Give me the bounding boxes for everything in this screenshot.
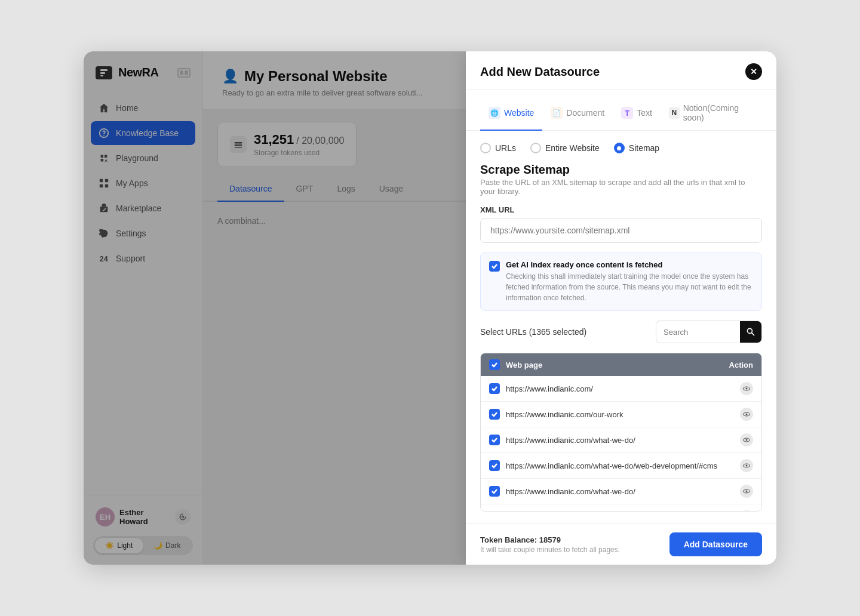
table-row: https://www.indianic.com/our-work: [481, 402, 761, 427]
modal-overlay: Add New Datasource ✕ 🌐 Website 📄 Documen…: [84, 51, 776, 565]
url-text-1: https://www.indianic.com/our-work: [506, 410, 734, 419]
globe-icon: 🌐: [489, 107, 500, 119]
url-text-0: https://www.indianic.com/: [506, 384, 734, 393]
table-row: https://www.indianic.com/what-we-do/: [481, 479, 761, 504]
table-row: https://www.indianic.com/what-we-do/web-…: [481, 504, 761, 512]
xml-url-field: XML URL: [480, 205, 762, 243]
search-button[interactable]: [740, 321, 761, 343]
eye-icon-1[interactable]: [740, 408, 753, 421]
svg-point-23: [746, 465, 748, 467]
modal-body: URLs Entire Website Sitemap Scrape Sitem…: [466, 131, 776, 523]
xml-url-input[interactable]: [480, 218, 762, 243]
ai-index-checkbox[interactable]: [489, 261, 500, 272]
url-checkbox-4[interactable]: [489, 486, 500, 497]
eye-icon-3[interactable]: [740, 459, 753, 472]
url-checkbox-3[interactable]: [489, 460, 500, 471]
add-datasource-modal: Add New Datasource ✕ 🌐 Website 📄 Documen…: [466, 51, 776, 565]
modal-close-button[interactable]: ✕: [745, 63, 762, 80]
section-title: Scrape Sitemap: [480, 163, 762, 177]
checkbox-text: Get AI Index ready once content is fetch…: [506, 260, 753, 303]
svg-point-25: [746, 491, 748, 492]
ds-tab-notion[interactable]: N Notion(Coming soon): [661, 98, 762, 131]
modal-footer: Token Balance: 18579 It will take couple…: [466, 523, 776, 565]
ds-tab-text[interactable]: T Text: [613, 98, 661, 131]
radio-sitemap-circle: [614, 143, 625, 153]
url-rows-container: https://www.indianic.com/ https://www.in…: [481, 376, 761, 512]
ai-index-checkbox-row: Get AI Index ready once content is fetch…: [480, 252, 762, 311]
ds-tab-document[interactable]: 📄 Document: [542, 98, 613, 131]
table-row: https://www.indianic.com/what-we-do/web-…: [481, 453, 761, 479]
notion-icon: N: [669, 107, 680, 119]
modal-title: Add New Datasource: [480, 65, 600, 79]
text-icon: T: [621, 107, 633, 119]
url-text-4: https://www.indianic.com/what-we-do/: [506, 487, 734, 496]
checkbox-description: Checking this shall immediately start tr…: [506, 271, 753, 303]
col-action: Action: [729, 361, 753, 369]
svg-point-19: [746, 414, 748, 415]
svg-point-17: [746, 388, 748, 390]
table-row: https://www.indianic.com/: [481, 376, 761, 402]
url-table: Web page Action https://www.indianic.com…: [480, 353, 762, 512]
select-all-checkbox[interactable]: [489, 359, 500, 370]
section-subtitle: Paste the URL of an XML sitemap to scrap…: [480, 178, 762, 196]
eye-icon-4[interactable]: [740, 485, 753, 498]
table-row: https://www.indianic.com/what-we-do/: [481, 427, 761, 453]
radio-urls[interactable]: URLs: [480, 143, 516, 153]
url-checkbox-1[interactable]: [489, 409, 500, 420]
xml-url-label: XML URL: [480, 205, 762, 214]
token-balance: Token Balance: 18579: [480, 535, 620, 544]
eye-icon-0[interactable]: [740, 382, 753, 395]
svg-point-21: [746, 439, 748, 441]
section-header: Scrape Sitemap Paste the URL of an XML s…: [480, 163, 762, 196]
search-input[interactable]: [656, 323, 740, 341]
radio-entire-website-circle: [530, 143, 541, 153]
url-checkbox-0[interactable]: [489, 383, 500, 394]
radio-entire-website[interactable]: Entire Website: [530, 143, 600, 153]
radio-urls-circle: [480, 143, 491, 153]
radio-sitemap[interactable]: Sitemap: [614, 143, 659, 153]
datasource-tabs: 🌐 Website 📄 Document T Text N Notion(Com…: [466, 90, 776, 131]
col-webpage: Web page: [506, 361, 723, 369]
url-text-2: https://www.indianic.com/what-we-do/: [506, 436, 734, 445]
svg-line-15: [752, 333, 754, 335]
radio-group: URLs Entire Website Sitemap: [480, 143, 762, 153]
eye-icon-5[interactable]: [740, 510, 753, 512]
modal-header: Add New Datasource ✕: [466, 51, 776, 90]
token-info: Token Balance: 18579 It will take couple…: [480, 535, 620, 554]
url-checkbox-2[interactable]: [489, 435, 500, 445]
checkbox-title: Get AI Index ready once content is fetch…: [506, 260, 753, 269]
document-icon: 📄: [551, 107, 563, 119]
add-datasource-button[interactable]: Add Datasource: [669, 532, 762, 556]
select-urls-label: Select URLs (1365 selected): [480, 327, 586, 337]
eye-icon-2[interactable]: [740, 433, 753, 446]
select-urls-row: Select URLs (1365 selected): [480, 321, 762, 343]
ds-tab-website[interactable]: 🌐 Website: [480, 98, 542, 131]
token-balance-sub: It will take couple minutes to fetch all…: [480, 546, 620, 554]
search-box: [656, 321, 762, 343]
url-table-header: Web page Action: [481, 353, 761, 376]
url-text-3: https://www.indianic.com/what-we-do/web-…: [506, 461, 734, 470]
